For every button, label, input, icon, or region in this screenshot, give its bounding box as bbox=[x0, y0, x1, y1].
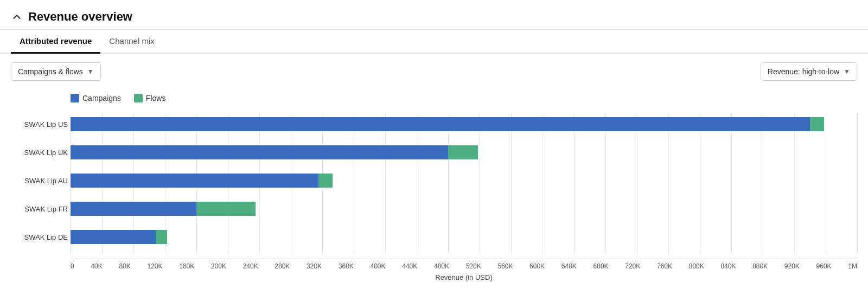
sort-label: Revenue: high-to-low bbox=[768, 67, 839, 76]
tab-bar: Attributed revenue Channel mix bbox=[0, 30, 868, 54]
page-title: Revenue overview bbox=[28, 10, 132, 24]
bar-flows bbox=[448, 145, 478, 159]
bar-campaigns bbox=[71, 174, 318, 188]
x-tick: 600K bbox=[529, 259, 545, 270]
bar-row: SWAK Lip AU bbox=[71, 170, 857, 191]
x-tick: 400K bbox=[371, 259, 386, 270]
x-tick: 240K bbox=[243, 259, 258, 270]
bar-campaigns bbox=[71, 230, 156, 244]
chart-legend: Campaigns Flows bbox=[11, 89, 857, 113]
bar-row: SWAK Lip FR bbox=[71, 198, 857, 220]
bar-campaigns bbox=[71, 202, 196, 216]
bar-flows bbox=[810, 117, 824, 131]
tab-attributed-revenue[interactable]: Attributed revenue bbox=[11, 30, 100, 54]
x-tick: 1M bbox=[848, 259, 857, 270]
legend-swatch-campaigns bbox=[71, 94, 79, 102]
legend-label-flows: Flows bbox=[146, 94, 166, 102]
filter-dropdown[interactable]: Campaigns & flows ▼ bbox=[11, 62, 101, 81]
x-tick: 160K bbox=[179, 259, 194, 270]
bar-campaigns bbox=[71, 145, 448, 159]
bar-chart: SWAK Lip USSWAK Lip UKSWAK Lip AUSWAK Li… bbox=[11, 113, 857, 308]
bar-row: SWAK Lip US bbox=[71, 113, 857, 135]
page-header: Revenue overview bbox=[0, 0, 868, 30]
bar-container bbox=[71, 230, 167, 244]
filter-label: Campaigns & flows bbox=[18, 67, 83, 76]
sort-chevron-down-icon: ▼ bbox=[844, 68, 850, 75]
chart-area: Campaigns Flows SWAK Lip USSWAK Lip UKSW… bbox=[0, 89, 868, 308]
tab-channel-mix[interactable]: Channel mix bbox=[100, 30, 163, 54]
bar-row: SWAK Lip DE bbox=[71, 226, 857, 248]
x-tick: 680K bbox=[593, 259, 609, 270]
grid-line bbox=[857, 113, 858, 254]
x-tick: 280K bbox=[275, 259, 290, 270]
x-tick: 880K bbox=[752, 259, 768, 270]
x-tick: 440K bbox=[402, 259, 417, 270]
bar-label: SWAK Lip FR bbox=[11, 205, 68, 213]
x-tick: 760K bbox=[657, 259, 672, 270]
x-tick: 120K bbox=[147, 259, 162, 270]
filter-chevron-down-icon: ▼ bbox=[87, 68, 94, 75]
bar-row: SWAK Lip UK bbox=[71, 142, 857, 163]
toolbar: Campaigns & flows ▼ Revenue: high-to-low… bbox=[0, 54, 868, 89]
sort-dropdown[interactable]: Revenue: high-to-low ▼ bbox=[761, 62, 857, 81]
collapse-icon[interactable] bbox=[11, 11, 23, 23]
bar-container bbox=[71, 117, 824, 131]
bar-flows bbox=[156, 230, 168, 244]
bar-container bbox=[71, 202, 256, 216]
bar-container bbox=[71, 145, 478, 159]
x-tick: 920K bbox=[784, 259, 800, 270]
x-tick: 640K bbox=[561, 259, 577, 270]
bar-label: SWAK Lip DE bbox=[11, 233, 68, 241]
x-tick: 840K bbox=[720, 259, 736, 270]
x-tick: 40K bbox=[91, 259, 102, 270]
legend-label-campaigns: Campaigns bbox=[82, 94, 121, 102]
bar-label: SWAK Lip US bbox=[11, 120, 68, 129]
bar-campaigns bbox=[71, 117, 810, 131]
x-tick: 560K bbox=[497, 259, 513, 270]
x-axis-title: Revenue (in USD) bbox=[71, 270, 857, 281]
bar-flows bbox=[196, 202, 256, 216]
x-tick: 0 bbox=[71, 259, 74, 270]
legend-swatch-flows bbox=[134, 94, 143, 102]
x-tick: 480K bbox=[434, 259, 449, 270]
x-tick: 360K bbox=[339, 259, 354, 270]
x-tick: 960K bbox=[816, 259, 832, 270]
bar-label: SWAK Lip AU bbox=[11, 177, 68, 185]
legend-item-campaigns: Campaigns bbox=[71, 94, 121, 102]
x-tick: 200K bbox=[211, 259, 226, 270]
bar-flows bbox=[318, 174, 333, 188]
x-tick: 320K bbox=[307, 259, 322, 270]
bar-label: SWAK Lip UK bbox=[11, 149, 68, 157]
x-axis-ticks: 040K80K120K160K200K240K280K320K360K400K4… bbox=[71, 259, 857, 270]
x-tick: 80K bbox=[119, 259, 130, 270]
x-tick: 720K bbox=[625, 259, 640, 270]
legend-item-flows: Flows bbox=[134, 94, 166, 102]
x-tick: 800K bbox=[689, 259, 704, 270]
x-tick: 520K bbox=[466, 259, 481, 270]
bar-container bbox=[71, 174, 333, 188]
